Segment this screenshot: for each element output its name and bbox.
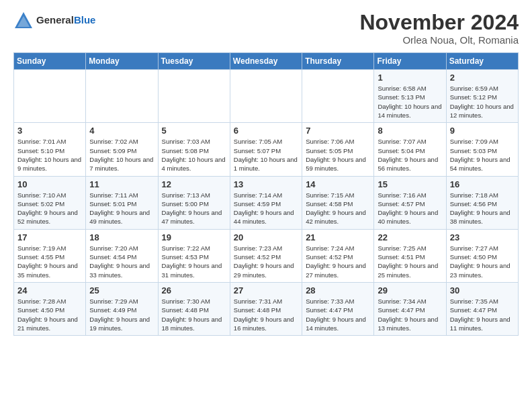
day-number: 26 (162, 285, 226, 295)
col-saturday: Saturday (446, 53, 518, 70)
table-row: 2Sunrise: 6:59 AM Sunset: 5:12 PM Daylig… (446, 70, 518, 123)
col-thursday: Thursday (302, 53, 374, 70)
day-detail: Sunrise: 7:24 AM Sunset: 4:52 PM Dayligh… (306, 244, 370, 279)
logo-icon (13, 11, 34, 30)
table-row: 27Sunrise: 7:31 AM Sunset: 4:48 PM Dayli… (230, 282, 302, 335)
table-row (86, 70, 158, 123)
table-row: 25Sunrise: 7:29 AM Sunset: 4:49 PM Dayli… (86, 282, 158, 335)
col-wednesday: Wednesday (230, 53, 302, 70)
calendar-week-row: 10Sunrise: 7:10 AM Sunset: 5:02 PM Dayli… (14, 176, 519, 229)
table-row: 6Sunrise: 7:05 AM Sunset: 5:07 PM Daylig… (230, 123, 302, 176)
day-number: 28 (306, 285, 370, 295)
day-detail: Sunrise: 7:28 AM Sunset: 4:50 PM Dayligh… (17, 297, 82, 332)
table-row: 21Sunrise: 7:24 AM Sunset: 4:52 PM Dayli… (302, 229, 374, 282)
logo: GeneralBlue (13, 11, 95, 30)
day-number: 16 (450, 179, 515, 189)
day-detail: Sunrise: 7:27 AM Sunset: 4:50 PM Dayligh… (450, 244, 515, 279)
table-row (302, 70, 374, 123)
table-row: 16Sunrise: 7:18 AM Sunset: 4:56 PM Dayli… (446, 176, 518, 229)
table-row: 9Sunrise: 7:09 AM Sunset: 5:03 PM Daylig… (446, 123, 518, 176)
day-detail: Sunrise: 7:25 AM Sunset: 4:51 PM Dayligh… (378, 244, 442, 279)
col-friday: Friday (374, 53, 446, 70)
day-detail: Sunrise: 7:03 AM Sunset: 5:08 PM Dayligh… (162, 137, 226, 173)
table-row: 10Sunrise: 7:10 AM Sunset: 5:02 PM Dayli… (14, 176, 86, 229)
table-row: 1Sunrise: 6:58 AM Sunset: 5:13 PM Daylig… (374, 70, 446, 123)
day-number: 24 (17, 285, 82, 295)
logo-general: General (36, 14, 74, 26)
day-number: 22 (378, 232, 442, 242)
day-detail: Sunrise: 7:09 AM Sunset: 5:03 PM Dayligh… (450, 137, 515, 173)
day-number: 9 (450, 126, 515, 136)
day-detail: Sunrise: 7:15 AM Sunset: 4:58 PM Dayligh… (306, 191, 370, 226)
header: GeneralBlue November 2024 Orlea Noua, Ol… (13, 11, 519, 46)
table-row: 29Sunrise: 7:34 AM Sunset: 4:47 PM Dayli… (374, 282, 446, 335)
table-row: 11Sunrise: 7:11 AM Sunset: 5:01 PM Dayli… (86, 176, 158, 229)
day-detail: Sunrise: 7:07 AM Sunset: 5:04 PM Dayligh… (378, 137, 442, 173)
table-row: 26Sunrise: 7:30 AM Sunset: 4:48 PM Dayli… (158, 282, 230, 335)
day-detail: Sunrise: 7:13 AM Sunset: 5:00 PM Dayligh… (162, 191, 226, 226)
day-number: 7 (306, 126, 370, 136)
day-detail: Sunrise: 6:59 AM Sunset: 5:12 PM Dayligh… (450, 84, 515, 120)
col-tuesday: Tuesday (158, 53, 230, 70)
day-detail: Sunrise: 7:01 AM Sunset: 5:10 PM Dayligh… (17, 137, 82, 173)
day-number: 14 (306, 179, 370, 189)
table-row (14, 70, 86, 123)
day-detail: Sunrise: 7:31 AM Sunset: 4:48 PM Dayligh… (234, 297, 298, 332)
day-number: 29 (378, 285, 442, 295)
table-row (230, 70, 302, 123)
day-number: 20 (234, 232, 298, 242)
day-number: 18 (89, 232, 154, 242)
day-detail: Sunrise: 7:05 AM Sunset: 5:07 PM Dayligh… (234, 137, 298, 173)
day-number: 5 (162, 126, 226, 136)
day-number: 4 (89, 126, 154, 136)
day-detail: Sunrise: 7:10 AM Sunset: 5:02 PM Dayligh… (17, 191, 82, 226)
logo-blue: Blue (74, 14, 96, 26)
day-number: 6 (234, 126, 298, 136)
day-detail: Sunrise: 7:02 AM Sunset: 5:09 PM Dayligh… (89, 137, 154, 173)
month-title: November 2024 (359, 11, 519, 34)
day-detail: Sunrise: 7:20 AM Sunset: 4:54 PM Dayligh… (89, 244, 154, 279)
table-row: 12Sunrise: 7:13 AM Sunset: 5:00 PM Dayli… (158, 176, 230, 229)
day-detail: Sunrise: 7:11 AM Sunset: 5:01 PM Dayligh… (89, 191, 154, 226)
day-detail: Sunrise: 7:33 AM Sunset: 4:47 PM Dayligh… (306, 297, 370, 332)
calendar-week-row: 17Sunrise: 7:19 AM Sunset: 4:55 PM Dayli… (14, 229, 519, 282)
day-number: 30 (450, 285, 515, 295)
table-row: 24Sunrise: 7:28 AM Sunset: 4:50 PM Dayli… (14, 282, 86, 335)
day-detail: Sunrise: 7:14 AM Sunset: 4:59 PM Dayligh… (234, 191, 298, 226)
day-number: 13 (234, 179, 298, 189)
day-number: 23 (450, 232, 515, 242)
day-number: 17 (17, 232, 82, 242)
table-row: 7Sunrise: 7:06 AM Sunset: 5:05 PM Daylig… (302, 123, 374, 176)
col-sunday: Sunday (14, 53, 86, 70)
day-detail: Sunrise: 7:30 AM Sunset: 4:48 PM Dayligh… (162, 297, 226, 332)
day-detail: Sunrise: 7:34 AM Sunset: 4:47 PM Dayligh… (378, 297, 442, 332)
day-number: 8 (378, 126, 442, 136)
day-detail: Sunrise: 7:16 AM Sunset: 4:57 PM Dayligh… (378, 191, 442, 226)
day-number: 2 (450, 73, 515, 83)
calendar-week-row: 1Sunrise: 6:58 AM Sunset: 5:13 PM Daylig… (14, 70, 519, 123)
day-detail: Sunrise: 7:22 AM Sunset: 4:53 PM Dayligh… (162, 244, 226, 279)
table-row: 28Sunrise: 7:33 AM Sunset: 4:47 PM Dayli… (302, 282, 374, 335)
table-row: 13Sunrise: 7:14 AM Sunset: 4:59 PM Dayli… (230, 176, 302, 229)
title-block: November 2024 Orlea Noua, Olt, Romania (359, 11, 519, 46)
calendar-week-row: 24Sunrise: 7:28 AM Sunset: 4:50 PM Dayli… (14, 282, 519, 335)
table-row: 3Sunrise: 7:01 AM Sunset: 5:10 PM Daylig… (14, 123, 86, 176)
day-number: 11 (89, 179, 154, 189)
calendar-week-row: 3Sunrise: 7:01 AM Sunset: 5:10 PM Daylig… (14, 123, 519, 176)
table-row: 23Sunrise: 7:27 AM Sunset: 4:50 PM Dayli… (446, 229, 518, 282)
day-detail: Sunrise: 7:29 AM Sunset: 4:49 PM Dayligh… (89, 297, 154, 332)
day-number: 1 (378, 73, 442, 83)
table-row: 30Sunrise: 7:35 AM Sunset: 4:47 PM Dayli… (446, 282, 518, 335)
day-detail: Sunrise: 6:58 AM Sunset: 5:13 PM Dayligh… (378, 84, 442, 120)
day-number: 27 (234, 285, 298, 295)
day-number: 15 (378, 179, 442, 189)
calendar-header-row: Sunday Monday Tuesday Wednesday Thursday… (14, 53, 519, 70)
table-row: 22Sunrise: 7:25 AM Sunset: 4:51 PM Dayli… (374, 229, 446, 282)
day-number: 21 (306, 232, 370, 242)
table-row: 18Sunrise: 7:20 AM Sunset: 4:54 PM Dayli… (86, 229, 158, 282)
col-monday: Monday (86, 53, 158, 70)
day-number: 25 (89, 285, 154, 295)
day-detail: Sunrise: 7:18 AM Sunset: 4:56 PM Dayligh… (450, 191, 515, 226)
day-detail: Sunrise: 7:19 AM Sunset: 4:55 PM Dayligh… (17, 244, 82, 279)
table-row: 19Sunrise: 7:22 AM Sunset: 4:53 PM Dayli… (158, 229, 230, 282)
